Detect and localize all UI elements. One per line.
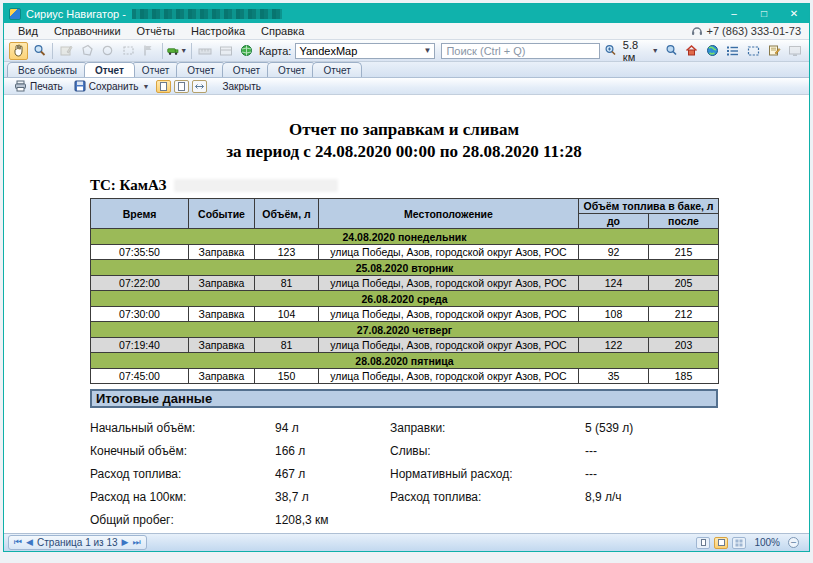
fuel-event-cell: 203 [649,338,719,353]
fuel-table-body: 24.08.2020 понедельник07:35:50Заправка12… [91,229,719,384]
summary-row: Начальный объём:94 лЗаправки:5 (539 л) [90,421,718,444]
globe-tool-button[interactable] [237,42,256,60]
hand-icon [12,44,25,57]
prev-page-button[interactable]: ◀ [26,538,33,547]
polygon-tool-button[interactable] [78,42,97,60]
close-report-button[interactable]: Закрыть [218,80,265,93]
vehicle-name: ТС: КамАЗ [90,177,166,194]
summary-label: Расход топлива: [90,467,275,481]
edit-map-button[interactable] [57,42,76,60]
frame-select-button[interactable] [744,42,763,60]
fuel-event-cell: 150 [255,369,319,384]
last-page-button[interactable]: ⏭ [132,538,140,547]
headset-icon [691,25,703,37]
document-tab[interactable]: Отчет [131,62,180,77]
fuel-event-cell: Заправка [189,276,255,291]
print-button[interactable]: Печать [10,79,67,93]
fuel-event-cell: улица Победы, Азов, городской округ Азов… [319,307,579,322]
save-label: Сохранить [89,81,139,92]
caret-down-icon: ▼ [424,46,432,55]
notes-button[interactable] [765,42,784,60]
page-icon [178,82,185,91]
fuel-event-cell: 124 [579,276,649,291]
map-select[interactable]: YandexMap ▼ [295,43,435,59]
magnifier-icon [33,44,46,57]
maximize-button[interactable]: □ [749,4,779,23]
multi-page-toggle[interactable] [174,80,189,93]
close-button[interactable]: ✕ [779,4,809,23]
screen-button[interactable] [785,42,804,60]
fuel-event-cell: 35 [579,369,649,384]
fuel-event-row: 07:19:40Заправка81улица Победы, Азов, го… [91,338,719,353]
circle-icon [101,44,114,57]
flag-tool-button[interactable] [140,42,159,60]
menu-item[interactable]: Справочники [46,24,129,38]
save-button[interactable]: Сохранить ▼ [70,79,154,93]
summary-label: Нормативный расход: [390,467,585,481]
day-group-row: 26.08.2020 среда [91,291,719,307]
zoom-region-button[interactable] [662,42,681,60]
vehicle-button[interactable]: ▼ [167,42,187,60]
summary-label: Расход топлива: [390,490,585,504]
panel-button[interactable] [217,42,236,60]
world-globe-icon [706,44,719,57]
menu-item[interactable]: Справка [253,24,312,38]
view-thumbnails-button[interactable] [732,537,746,549]
col-time: Время [91,199,189,229]
list-icon [726,45,739,57]
single-page-toggle[interactable] [156,80,171,93]
scale-dropdown[interactable]: 5.8 км ▼ [623,39,659,63]
col-before: до [579,214,649,229]
map-label: Карта: [259,45,292,57]
document-tab[interactable]: Отчет [312,62,361,77]
menu-item[interactable]: Отчёты [129,24,183,38]
app-icon [9,8,21,20]
pan-tool-button[interactable] [9,42,28,60]
fit-arrows-icon [195,83,204,90]
zoom-out-button[interactable]: – [788,537,799,548]
summary-section: Начальный объём:94 лЗаправки:5 (539 л)Ко… [90,421,718,533]
list-view-button[interactable] [724,42,743,60]
support-phone: +7 (863) 333-01-73 [707,25,801,37]
fuel-event-cell: 104 [255,307,319,322]
page-indicator: Страница 1 из 13 [37,537,118,548]
report-viewport: Отчет по заправкам и сливам за период с … [4,95,809,533]
circle-tool-button[interactable] [98,42,117,60]
panel-icon [219,45,233,57]
menu-item[interactable]: Настройка [183,24,253,38]
report-toolbar: Печать Сохранить ▼ Закрыть [4,78,809,95]
next-page-button[interactable]: ▶ [122,538,129,547]
document-tab[interactable]: Отчет [84,62,135,77]
zoom-level: 100% [754,537,780,548]
ruler-button[interactable] [196,42,215,60]
vehicle-label: ТС: КамАЗ [90,177,718,194]
summary-value: 38,7 л [275,490,390,504]
world-map-button[interactable] [703,42,722,60]
first-page-button[interactable]: ⏮ [14,538,22,547]
zoom-tool-button[interactable] [30,42,49,60]
home-button[interactable] [682,42,701,60]
polygon-icon [81,44,94,57]
search-input[interactable]: Поиск (Ctrl + Q) [441,43,600,59]
document-tab[interactable]: Отчет [176,62,225,77]
search-placeholder: Поиск (Ctrl + Q) [446,45,525,57]
summary-label: Расход на 100км: [90,490,275,504]
floppy-icon [74,80,86,92]
view-layout-button[interactable] [714,537,728,549]
fuel-event-row: 07:30:00Заправка104улица Победы, Азов, г… [91,307,719,322]
col-event: Событие [189,199,255,229]
fit-width-toggle[interactable] [192,80,207,93]
document-tab[interactable]: Отчет [267,62,316,77]
minimize-button[interactable]: – [719,4,749,23]
document-tab[interactable]: Все объекты [7,62,88,77]
rect-select-button[interactable] [119,42,138,60]
tab-strip: Все объектыОтчетОтчетОтчетОтчетОтчетОтче… [4,62,809,78]
col-volume: Объём, л [255,199,319,229]
zoom-in-button[interactable] [601,42,620,60]
menu-item[interactable]: Вид [10,24,46,38]
view-normal-button[interactable] [696,537,710,549]
caret-down-icon: ▼ [142,83,149,90]
close-report-label: Закрыть [222,81,261,92]
document-tab[interactable]: Отчет [222,62,271,77]
fuel-event-cell: 07:30:00 [91,307,189,322]
